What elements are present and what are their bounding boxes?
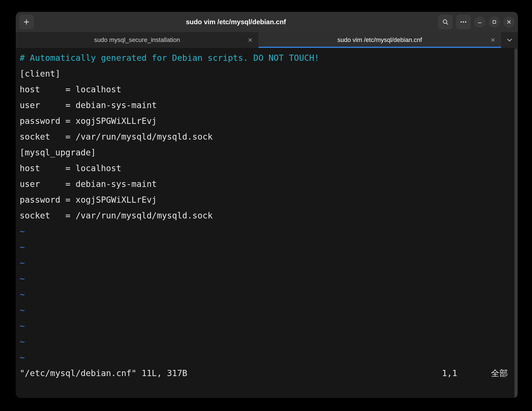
- terminal-area: # Automatically generated for Debian scr…: [16, 48, 518, 398]
- status-file-info: "/etc/mysql/debian.cnf" 11L, 317B: [20, 365, 187, 381]
- editor-comment-line: # Automatically generated for Debian scr…: [20, 50, 510, 66]
- editor-empty-line-tilde: ~: [20, 350, 510, 365]
- vim-status-line: "/etc/mysql/debian.cnf" 11L, 317B1,1全部: [20, 365, 510, 381]
- maximize-icon: [492, 20, 497, 24]
- editor-empty-line-tilde: ~: [20, 239, 510, 255]
- status-percent: 全部: [491, 365, 510, 381]
- editor-empty-line-tilde: ~: [20, 224, 510, 239]
- editor-empty-line-tilde: ~: [20, 334, 510, 350]
- minimize-button[interactable]: [474, 16, 485, 28]
- search-button[interactable]: [438, 15, 453, 29]
- editor-line: password = xogjSPGWiXLLrEvj: [20, 192, 510, 208]
- chevron-down-icon: [507, 38, 512, 42]
- new-tab-button[interactable]: [19, 15, 34, 29]
- editor-line: [mysql_upgrade]: [20, 145, 510, 160]
- tab-1[interactable]: sudo vim /etc/mysql/debian.cnf: [258, 32, 501, 48]
- scrollbar-thumb[interactable]: [515, 48, 517, 398]
- tab-0[interactable]: sudo mysql_secure_installation: [16, 32, 258, 48]
- terminal-content[interactable]: # Automatically generated for Debian scr…: [16, 48, 514, 398]
- window-title: sudo vim /etc/mysql/debian.cnf: [37, 18, 435, 26]
- svg-point-1: [461, 21, 462, 23]
- editor-empty-line-tilde: ~: [20, 271, 510, 287]
- menu-button[interactable]: [456, 15, 471, 29]
- tab-bar: sudo mysql_secure_installation sudo vim …: [16, 32, 518, 48]
- editor-line: user = debian-sys-maint: [20, 176, 510, 192]
- tab-close-button[interactable]: [248, 38, 252, 42]
- minimize-icon: [477, 20, 482, 24]
- editor-line: password = xogjSPGWiXLLrEvj: [20, 113, 510, 129]
- tab-label: sudo vim /etc/mysql/debian.cnf: [337, 36, 422, 44]
- header-right-controls: [438, 15, 515, 29]
- editor-line: [client]: [20, 66, 510, 82]
- svg-point-2: [463, 21, 464, 23]
- close-window-button[interactable]: [503, 16, 515, 28]
- editor-line: user = debian-sys-maint: [20, 97, 510, 113]
- status-cursor-position: 1,1: [442, 365, 491, 381]
- close-icon: [491, 38, 495, 42]
- editor-empty-line-tilde: ~: [20, 302, 510, 318]
- svg-rect-4: [493, 21, 496, 23]
- ellipsis-icon: [460, 21, 466, 23]
- editor-empty-line-tilde: ~: [20, 287, 510, 302]
- tab-close-button[interactable]: [491, 38, 495, 42]
- plus-icon: [23, 19, 30, 25]
- editor-empty-line-tilde: ~: [20, 318, 510, 334]
- tabs-dropdown-button[interactable]: [501, 32, 518, 48]
- search-icon: [442, 19, 449, 25]
- terminal-window: sudo vim /etc/mysql/debian.cnf: [16, 12, 518, 398]
- close-icon: [507, 20, 511, 24]
- scrollbar[interactable]: [514, 48, 518, 398]
- header-bar: sudo vim /etc/mysql/debian.cnf: [16, 12, 518, 32]
- svg-point-3: [465, 21, 466, 23]
- editor-line: host = localhost: [20, 160, 510, 176]
- editor-line: socket = /var/run/mysqld/mysqld.sock: [20, 208, 510, 224]
- editor-line: socket = /var/run/mysqld/mysqld.sock: [20, 129, 510, 145]
- maximize-button[interactable]: [489, 16, 500, 28]
- tab-label: sudo mysql_secure_installation: [94, 36, 180, 44]
- editor-line: host = localhost: [20, 82, 510, 97]
- editor-empty-line-tilde: ~: [20, 255, 510, 271]
- close-icon: [248, 38, 252, 42]
